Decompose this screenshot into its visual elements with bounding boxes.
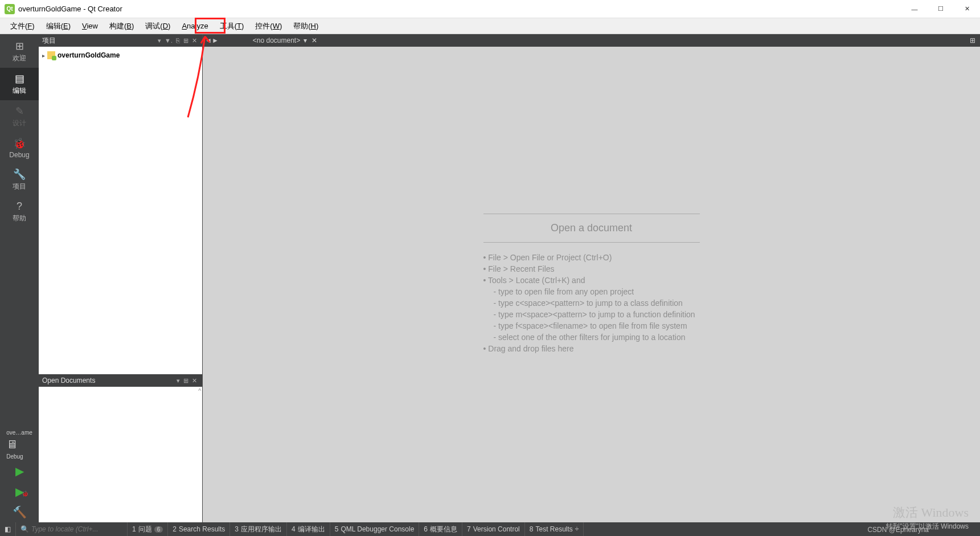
close-panel-icon[interactable]: ✕ xyxy=(190,377,199,384)
editor-area: ◄ ► <no document>▾ ✕ ⊞ Open a document F… xyxy=(203,34,980,522)
editor-body[interactable]: Open a document File > Open File or Proj… xyxy=(203,47,980,522)
close-doc-icon[interactable]: ✕ xyxy=(311,36,317,44)
mode-debug[interactable]: 🐞Debug xyxy=(0,133,39,163)
output-pane-search[interactable]: 2 Search Results xyxy=(168,522,230,536)
close-button[interactable]: ✕ xyxy=(954,0,980,18)
link-icon[interactable]: ⎘ xyxy=(174,37,182,44)
minimize-button[interactable]: — xyxy=(901,0,928,18)
open-documents-header: Open Documents ▾ ⊞ ✕ xyxy=(39,374,202,387)
output-pane-compile[interactable]: 4 编译输出 xyxy=(287,522,330,536)
split-icon[interactable]: ⊞ xyxy=(182,37,190,44)
placeholder-line: File > Open File or Project (Ctrl+O) xyxy=(483,253,700,262)
status-bar: ◧ 🔍 1 问题 6 2 Search Results 3 应用程序输出 4 编… xyxy=(0,522,980,536)
output-pane-qml[interactable]: 5 QML Debugger Console xyxy=(330,522,420,536)
locator[interactable]: 🔍 xyxy=(16,522,128,536)
filter-icon[interactable]: ▼. xyxy=(163,37,174,44)
question-icon: ? xyxy=(0,201,39,212)
open-documents-title[interactable]: Open Documents xyxy=(42,377,175,384)
placeholder-subline: type to open file from any open project xyxy=(494,287,700,296)
wrench-icon: 🔧 xyxy=(0,168,39,181)
menu-help[interactable]: 帮助(H) xyxy=(288,19,324,34)
placeholder-subline: select one of the other filters for jump… xyxy=(494,333,700,342)
placeholder-subline: type c<space><pattern> to jump to a clas… xyxy=(494,298,700,308)
projects-panel-header: 项目 ▾ ▼. ⎘ ⊞ ✕ xyxy=(39,34,202,47)
mode-edit[interactable]: ▤编辑 xyxy=(0,68,39,100)
mode-projects[interactable]: 🔧项目 xyxy=(0,163,39,196)
title-bar: Qt overturnGoldGame - Qt Creator — ☐ ✕ xyxy=(0,0,980,18)
pencil-icon: ✎ xyxy=(0,105,39,117)
locator-input[interactable] xyxy=(31,525,122,533)
project-tree[interactable]: ▸ overturnGoldGame xyxy=(39,47,202,374)
window-controls: — ☐ ✕ xyxy=(901,0,980,18)
qt-logo-icon: Qt xyxy=(5,4,15,14)
document-icon: ▤ xyxy=(0,72,39,85)
output-pane-vcs[interactable]: 7 Version Control xyxy=(462,522,525,536)
expand-arrow-icon[interactable]: ▸ xyxy=(42,52,45,59)
forward-icon[interactable]: ► xyxy=(212,36,219,44)
run-debug-button[interactable]: ▶🐞 xyxy=(0,481,39,502)
projects-panel-title[interactable]: 项目 xyxy=(42,36,156,46)
project-folder-icon xyxy=(47,51,55,59)
window-title: overturnGoldGame - Qt Creator xyxy=(18,5,122,13)
document-selector[interactable]: <no document>▾ xyxy=(253,36,307,44)
bug-icon: 🐞 xyxy=(0,137,39,150)
mode-sidebar: ⊞欢迎 ▤编辑 ✎设计 🐞Debug 🔧项目 ?帮助 ove…ame 🖥 Deb… xyxy=(0,34,39,522)
annotation-highlight-box xyxy=(195,18,225,34)
run-button[interactable]: ▶ xyxy=(0,461,39,481)
menu-widgets[interactable]: 控件(W) xyxy=(249,19,288,34)
close-panel-icon[interactable]: ✕ xyxy=(190,37,199,44)
mode-help[interactable]: ?帮助 xyxy=(0,196,39,228)
editor-toolbar: ◄ ► <no document>▾ ✕ ⊞ xyxy=(203,34,980,47)
output-pane-appoutput[interactable]: 3 应用程序输出 xyxy=(230,522,287,536)
mode-design[interactable]: ✎设计 xyxy=(0,100,39,133)
search-icon: 🔍 xyxy=(20,525,29,533)
placeholder-line: File > Recent Files xyxy=(483,264,700,273)
menu-bar: 文件(F) 编辑(E) View 构建(B) 调试(D) Analyze 工具(… xyxy=(0,18,980,34)
menu-build[interactable]: 构建(B) xyxy=(104,19,140,34)
target-selector[interactable]: ove…ame 🖥 Debug xyxy=(5,428,34,461)
csdn-watermark: CSDN @Epnearyna xyxy=(867,526,929,534)
open-documents-panel: Open Documents ▾ ⊞ ✕ ^ xyxy=(39,374,202,522)
maximize-button[interactable]: ☐ xyxy=(928,0,954,18)
split-editor-icon[interactable]: ⊞ xyxy=(967,36,978,44)
menu-edit[interactable]: 编辑(E) xyxy=(40,19,76,34)
open-documents-list[interactable]: ^ xyxy=(39,387,202,522)
build-button[interactable]: 🔨 xyxy=(0,502,39,522)
grid-icon: ⊞ xyxy=(0,40,39,52)
side-panel: 项目 ▾ ▼. ⎘ ⊞ ✕ ▸ overturnGoldGame Open Do… xyxy=(39,34,203,522)
split-icon[interactable]: ⊞ xyxy=(182,377,190,384)
placeholder-line: Drag and drop files here xyxy=(483,344,700,353)
menu-debug[interactable]: 调试(D) xyxy=(140,19,176,34)
editor-placeholder: Open a document File > Open File or Proj… xyxy=(483,214,700,355)
output-pane-issues[interactable]: 1 问题 6 xyxy=(128,522,168,536)
toggle-sidebar-button[interactable]: ◧ xyxy=(0,522,16,536)
output-pane-tests[interactable]: 8 Test Results ÷ xyxy=(525,522,584,536)
placeholder-title: Open a document xyxy=(483,214,700,243)
scroll-up-icon[interactable]: ^ xyxy=(198,388,201,394)
project-root-label: overturnGoldGame xyxy=(58,51,120,59)
panel-dropdown-icon[interactable]: ▾ xyxy=(175,377,182,384)
issues-count-badge: 6 xyxy=(154,526,163,533)
mode-welcome[interactable]: ⊞欢迎 xyxy=(0,35,39,68)
menu-file[interactable]: 文件(F) xyxy=(5,19,40,34)
placeholder-subline: type m<space><pattern> to jump to a func… xyxy=(494,310,700,319)
back-icon[interactable]: ◄ xyxy=(205,36,212,44)
placeholder-subline: type f<space><filename> to open file fro… xyxy=(494,321,700,330)
placeholder-line: Tools > Locate (Ctrl+K) and xyxy=(483,276,700,285)
project-root-item[interactable]: ▸ overturnGoldGame xyxy=(41,50,200,60)
output-pane-general[interactable]: 6 概要信息 xyxy=(419,522,462,536)
menu-view[interactable]: View xyxy=(76,19,104,32)
panel-dropdown-icon[interactable]: ▾ xyxy=(156,37,163,44)
